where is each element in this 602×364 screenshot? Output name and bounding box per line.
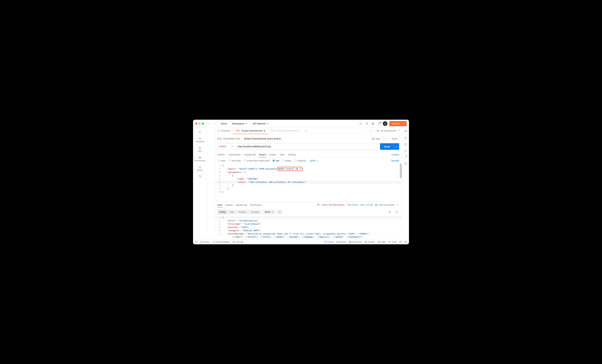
- wrap-lines-button[interactable]: [277, 209, 282, 214]
- body-language-selector[interactable]: JSON: [310, 159, 319, 162]
- body-none[interactable]: none: [217, 160, 226, 162]
- svg-point-20: [398, 204, 398, 205]
- cookies-label: Cookies: [368, 241, 375, 243]
- nav-home[interactable]: Home: [219, 121, 228, 126]
- response-body-editor[interactable]: 1{ 2 "error": "druidException", 3 "error…: [215, 216, 402, 239]
- resp-tab-tests[interactable]: Test Results: [250, 202, 262, 208]
- view-visualize[interactable]: Visualize: [248, 210, 262, 214]
- vault-button[interactable]: Vault: [378, 241, 385, 243]
- search-response-icon[interactable]: [394, 209, 399, 214]
- postbot-button[interactable]: Postbot: [324, 241, 334, 243]
- http-icon: HTTP: [217, 138, 222, 140]
- settings-icon[interactable]: [370, 121, 376, 126]
- send-button[interactable]: Send: [380, 143, 399, 150]
- resp-tab-cookies[interactable]: Cookies: [225, 202, 233, 208]
- view-preview[interactable]: Preview: [236, 210, 248, 214]
- send-label: Send: [380, 145, 394, 148]
- maximize-window[interactable]: [202, 123, 204, 125]
- scrollbar-thumb[interactable]: [400, 163, 402, 178]
- breadcrumb-collection[interactable]: Parameters Test: [223, 137, 240, 140]
- save-options[interactable]: [383, 136, 388, 141]
- save-example-button[interactable]: Save as example: [375, 203, 394, 206]
- response-toolbar: Pretty Raw Preview Visualize JSON: [215, 208, 402, 216]
- rail-collections[interactable]: Collections: [193, 137, 207, 143]
- cookies-button[interactable]: Cookies: [365, 241, 375, 243]
- workspace-switcher[interactable]: [193, 130, 207, 134]
- close-window[interactable]: [195, 123, 197, 125]
- postbot-avatar[interactable]: [383, 121, 387, 126]
- search-icon[interactable]: [358, 121, 363, 126]
- save-button[interactable]: Save: [370, 136, 382, 141]
- body-binary[interactable]: binary: [282, 160, 291, 162]
- body-graphql[interactable]: GraphQL: [294, 160, 306, 162]
- rtab-auth[interactable]: Authorization: [228, 152, 241, 157]
- nav-forward[interactable]: [213, 121, 218, 126]
- svg-rect-29: [337, 241, 339, 243]
- sync-status[interactable]: Online: [200, 241, 209, 243]
- invite-icon[interactable]: [364, 121, 369, 126]
- url-input[interactable]: [236, 143, 378, 150]
- tab-request-2[interactable]: POSTSimple Parameterized Q: [268, 128, 302, 134]
- body-raw[interactable]: raw: [272, 160, 279, 162]
- rail-history[interactable]: History: [193, 165, 207, 172]
- expand-icon[interactable]: [404, 156, 407, 159]
- svg-point-36: [366, 242, 366, 242]
- statusbar: Online Find and replace Console Postbot …: [193, 239, 409, 244]
- tab-request-1[interactable]: POSTSimple Parameterized: [233, 128, 268, 134]
- documentation-icon[interactable]: [404, 137, 407, 140]
- view-raw[interactable]: Raw: [227, 210, 236, 214]
- rail-configure[interactable]: [193, 175, 207, 179]
- trash-button[interactable]: Trash: [388, 241, 397, 243]
- rtab-headers[interactable]: Headers (8): [244, 152, 256, 157]
- view-pretty[interactable]: Pretty: [217, 210, 227, 214]
- nav-api-network[interactable]: API Network: [251, 121, 270, 126]
- proxy-button[interactable]: Start Proxy: [349, 241, 362, 243]
- runner-button[interactable]: Runner: [336, 241, 346, 243]
- notifications-icon[interactable]: [376, 121, 382, 126]
- rail-environments[interactable]: Environments: [193, 156, 207, 162]
- tab-overview[interactable]: Overview: [215, 128, 233, 134]
- notification-badge: [380, 122, 381, 123]
- resp-tab-headers[interactable]: Headers (6): [236, 202, 247, 208]
- headers-count: (8): [253, 153, 256, 156]
- rtab-tests[interactable]: Tests: [280, 152, 284, 157]
- upgrade-label: Upgrade: [389, 122, 402, 125]
- share-button[interactable]: Share: [390, 136, 399, 141]
- rtab-settings[interactable]: Settings: [288, 152, 296, 157]
- request-box: POST: [217, 143, 378, 150]
- rtab-body[interactable]: Body: [259, 152, 266, 157]
- request-body-editor[interactable]: 1{ 2····"query":·"SELECT·COUNT(*)·FROM·w…: [215, 163, 402, 202]
- code-icon[interactable]: [404, 150, 407, 153]
- nav-workspaces[interactable]: Workspaces: [230, 121, 249, 126]
- help-icon[interactable]: [404, 241, 407, 243]
- more-icon[interactable]: [397, 203, 399, 206]
- tab-add[interactable]: [302, 128, 309, 134]
- copy-response-icon[interactable]: [387, 209, 392, 214]
- nav-back[interactable]: [207, 121, 211, 126]
- rtab-params[interactable]: Params: [217, 152, 225, 157]
- environment-selector[interactable]: No environment: [374, 128, 402, 134]
- topbar: Home Workspaces API Network Upgrade: [193, 120, 409, 128]
- method-selector[interactable]: POST: [218, 143, 236, 150]
- view-mode-segment: Pretty Raw Preview Visualize: [217, 210, 262, 214]
- response-language-selector[interactable]: JSON: [263, 209, 276, 214]
- resp-tab-body[interactable]: Body: [217, 202, 222, 208]
- minimize-window[interactable]: [199, 123, 201, 125]
- two-pane-icon[interactable]: [399, 241, 402, 243]
- upgrade-button[interactable]: Upgrade: [389, 121, 407, 126]
- beautify-button[interactable]: Beautify: [391, 160, 399, 162]
- body-urlencoded[interactable]: x-www-form-urlencoded: [244, 160, 269, 162]
- comments-icon[interactable]: [404, 143, 407, 146]
- cookies-link[interactable]: Cookies: [391, 153, 399, 156]
- tabs-dropdown[interactable]: [368, 128, 374, 134]
- environment-quicklook[interactable]: [402, 128, 409, 134]
- body-form-data[interactable]: form-data: [228, 160, 241, 162]
- save-example-label: Save as example: [378, 204, 394, 206]
- rtab-scripts[interactable]: Scripts: [269, 152, 276, 157]
- toggle-sidebar-icon[interactable]: [195, 241, 198, 243]
- find-replace[interactable]: Find and replace: [212, 241, 230, 243]
- rail-apis[interactable]: APIs: [193, 146, 207, 153]
- info-icon[interactable]: [404, 162, 407, 165]
- console-toggle[interactable]: Console: [233, 241, 243, 243]
- status-label: Status:: [322, 204, 328, 206]
